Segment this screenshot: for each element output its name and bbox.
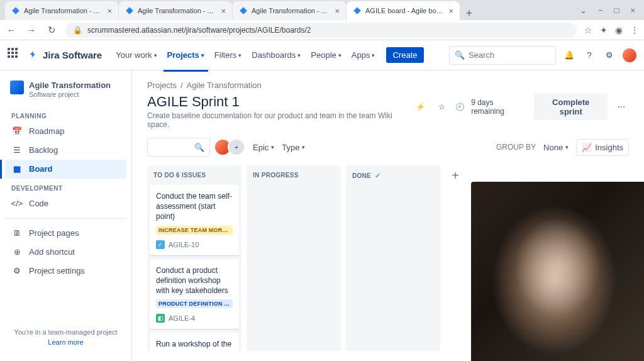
nav-dashboards[interactable]: Dashboards▾ [248,48,304,62]
app-switcher-icon[interactable] [8,48,23,63]
clock-icon: 🕘 [455,103,465,111]
close-icon[interactable]: × [221,6,226,16]
column-todo: TO DO 6 ISSUES Conduct the team self-ass… [147,165,242,351]
tab-strip: Agile Transformation - Agil × Agile Tran… [0,0,644,20]
menu-icon[interactable]: ⋮ [630,25,639,35]
profile-icon[interactable]: ◉ [615,25,623,35]
webcam-overlay [471,182,644,361]
sidebar-item-label: Backlog [29,145,58,155]
jira-favicon-icon [353,6,362,15]
browser-tab[interactable]: Agile Transformation - Agil × [5,1,118,20]
forward-icon[interactable]: → [25,25,38,35]
sidebar-item-label: Board [29,164,53,174]
add-people-icon[interactable]: + [228,138,245,156]
issue-key: AGILE-10 [169,241,199,248]
create-button[interactable]: Create [386,47,423,63]
extension-icon[interactable]: ✦ [600,25,608,35]
column-done: DONE✓ [346,165,440,351]
sidebar-item-label: Project settings [29,266,85,275]
help-icon[interactable]: ? [582,48,596,62]
project-type: Software project [29,91,111,99]
sidebar-item-backlog[interactable]: ☰Backlog [5,141,126,160]
browser-tab[interactable]: Agile Transformation - Agile bo × [119,1,232,20]
board-icon: ▦ [11,164,23,175]
sidebar-item-project-settings[interactable]: ⚙Project settings [5,262,126,280]
logo-text: Jira Software [43,50,102,60]
search-input[interactable]: 🔍 Search [449,46,556,65]
sidebar-item-roadmap[interactable]: 📅Roadmap [5,122,126,141]
complete-sprint-button[interactable]: Complete sprint [534,94,608,120]
close-icon[interactable]: × [335,6,340,16]
automation-icon[interactable]: ⚡ [413,99,428,114]
settings-icon[interactable]: ⚙ [602,48,616,62]
sidebar-item-code[interactable]: </>Code [5,194,126,213]
search-icon: 🔍 [455,50,465,60]
epic-badge[interactable]: INCREASE TEAM MORALE AND TE... [156,226,233,235]
profile-avatar[interactable] [623,48,636,62]
column-header[interactable]: IN PROGRESS [247,165,341,185]
chevron-down-icon[interactable]: ⌄ [580,6,587,15]
jira-favicon-icon [239,6,248,15]
nav-apps[interactable]: Apps▾ [348,48,379,62]
issue-card[interactable]: Conduct a product definition workshop wi… [150,259,239,330]
chevron-down-icon: ▾ [201,52,204,58]
type-filter[interactable]: Type▾ [282,143,305,152]
breadcrumb-projects[interactable]: Projects [147,81,177,90]
group-by-select[interactable]: None▾ [543,143,569,152]
browser-tab[interactable]: Agile Transformation - Agile bo × [233,1,346,20]
card-title: Run a workshop of the Definition of Done [156,339,233,351]
nav-people[interactable]: People▾ [307,48,345,62]
chevron-down-icon: ▾ [565,144,569,150]
gear-icon: ⚙ [11,265,23,277]
section-development: DEVELOPMENT [5,179,126,194]
add-column-button[interactable]: + [445,165,465,186]
address-bar: ← → ↻ 🔒 scrummastered.atlassian.net/jira… [0,20,644,40]
close-icon[interactable]: × [448,6,453,16]
issue-card[interactable]: Run a workshop of the Definition of Done… [150,333,239,351]
jira-logo[interactable]: Jira Software [28,50,102,61]
star-icon[interactable]: ☆ [584,25,592,35]
maximize-icon[interactable]: □ [614,6,619,15]
sidebar-item-project-pages[interactable]: 🗎Project pages [5,224,126,243]
nav-projects[interactable]: Projects▾ [164,48,208,62]
new-tab-button[interactable]: + [460,7,478,20]
notifications-icon[interactable]: 🔔 [562,48,576,62]
column-header[interactable]: DONE✓ [346,165,440,186]
chevron-down-icon: ▾ [271,144,274,150]
window-close-icon[interactable]: × [630,6,635,15]
reload-icon[interactable]: ↻ [45,25,58,36]
tab-title: Agile Transformation - Agile bo [252,7,331,14]
url-input[interactable]: 🔒 scrummastered.atlassian.net/jira/softw… [65,23,577,38]
issue-type-icon: ◧ [156,314,165,323]
backlog-icon: ☰ [11,145,23,156]
url-text: scrummastered.atlassian.net/jira/softwar… [87,26,311,35]
star-icon[interactable]: ☆ [435,99,450,114]
jira-favicon-icon [11,6,20,15]
back-icon[interactable]: ← [5,25,18,35]
nav-your-work[interactable]: Your work▾ [112,48,160,62]
minimize-icon[interactable]: − [598,6,603,15]
epic-badge[interactable]: PRODUCT DEFINITION AND ALIGN... [156,299,233,308]
project-header[interactable]: Agile Transformation Software project [5,81,126,106]
close-icon[interactable]: × [107,6,112,16]
nav-filters[interactable]: Filters▾ [211,48,245,62]
sidebar-item-board[interactable]: ▦Board [5,160,126,179]
project-avatar-icon [10,81,24,94]
issue-card[interactable]: Conduct the team self-assessment (start … [150,185,239,255]
more-icon[interactable]: ⋯ [614,99,629,114]
epic-filter[interactable]: Epic▾ [253,143,274,152]
browser-tab-active[interactable]: AGILE board - Agile board - Jira × [347,1,460,20]
sidebar-footer: You're in a team-managed project Learn m… [5,323,126,351]
insights-button[interactable]: 📈Insights [576,139,629,156]
issue-type-icon: ✓ [156,240,165,249]
column-header[interactable]: TO DO 6 ISSUES [147,165,242,185]
breadcrumb-project[interactable]: Agile Transformation [187,81,262,90]
assignee-filter[interactable]: + [218,138,245,156]
board-filters: 🔍 + Epic▾ Type▾ GROUP BY None▾ 📈Insights [147,138,629,157]
chevron-down-icon: ▾ [372,52,375,58]
sidebar-item-add-shortcut[interactable]: ⊕Add shortcut [5,243,126,262]
browser-chrome: Agile Transformation - Agil × Agile Tran… [0,0,644,40]
board-search-input[interactable]: 🔍 [147,138,210,157]
chevron-down-icon: ▾ [338,52,341,58]
learn-more-link[interactable]: Learn more [10,338,121,346]
